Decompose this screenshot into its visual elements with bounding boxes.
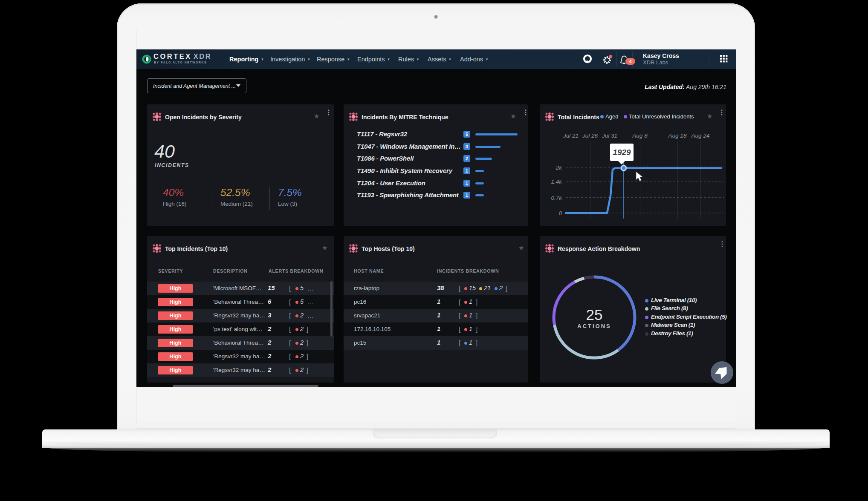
svg-text:1929: 1929 <box>613 148 631 157</box>
svg-text:4: 4 <box>629 59 632 64</box>
